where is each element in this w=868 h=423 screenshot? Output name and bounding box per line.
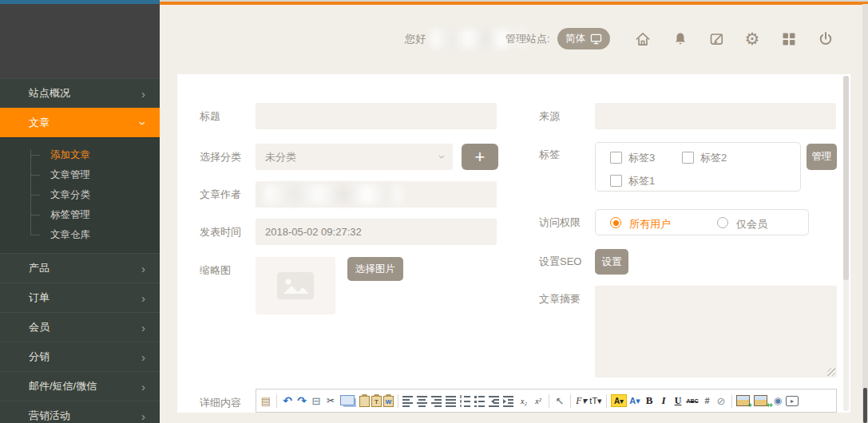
sidebar-item-label: 订单 (29, 291, 50, 305)
content-label: 详细内容 (200, 392, 241, 414)
redacted-author (265, 185, 401, 204)
category-select-value: 未分类 (265, 150, 296, 164)
sidebar-item-label: 产品 (29, 261, 50, 275)
sidebar-subitem-article-archive[interactable]: 文章仓库 (0, 225, 160, 245)
sidebar-subitem-article-category[interactable]: 文章分类 (0, 185, 160, 205)
admin-page: 站点概况 › 文章 › 添加文章 文章管理 文章分类 标签管理 文章仓库 产品 … (0, 0, 868, 423)
print-icon[interactable]: ⊟ (310, 393, 323, 408)
language-button[interactable]: 简体 (557, 28, 610, 49)
choose-image-button[interactable]: 选择图片 (347, 257, 403, 281)
indent-icon[interactable] (503, 395, 516, 407)
sidebar-item-orders[interactable]: 订单 › (0, 283, 160, 312)
sidebar-submenu-articles: 添加文章 文章管理 文章分类 标签管理 文章仓库 (0, 137, 160, 253)
strikethrough-icon[interactable]: ABC (686, 393, 699, 408)
sidebar: 站点概况 › 文章 › 添加文章 文章管理 文章分类 标签管理 文章仓库 产品 … (0, 4, 160, 423)
card-scrollbar-thumb[interactable] (843, 76, 849, 280)
highlight-color-icon[interactable]: A▾ (611, 394, 627, 407)
window-scrollbar-thumb[interactable] (863, 388, 867, 423)
add-category-button[interactable]: + (462, 144, 498, 170)
insert-media-icon[interactable]: ▸ (786, 396, 799, 406)
apps-grid-icon[interactable] (779, 30, 799, 49)
sidebar-item-articles[interactable]: 文章 › (0, 108, 160, 137)
sidebar-subitem-add-article[interactable]: 添加文章 (0, 145, 160, 165)
paste-word-icon[interactable]: W (383, 396, 394, 407)
italic-icon[interactable]: I (657, 393, 670, 408)
edit-icon[interactable] (707, 30, 727, 49)
sidebar-item-products[interactable]: 产品 › (0, 253, 160, 283)
cut-icon[interactable]: ✂ (324, 393, 337, 408)
align-center-icon[interactable] (417, 395, 430, 407)
align-justify-icon[interactable] (446, 395, 458, 407)
source-input[interactable] (595, 103, 836, 129)
logo-area (0, 4, 160, 78)
sidebar-item-marketing[interactable]: 营销活动 › (0, 401, 160, 423)
subscript-icon[interactable]: x₂ (517, 393, 530, 408)
underline-icon[interactable]: U (672, 393, 684, 408)
chevron-right-icon: › (141, 322, 145, 334)
author-input[interactable] (256, 181, 497, 208)
sidebar-item-members[interactable]: 会员 › (0, 312, 160, 342)
gear-icon[interactable]: ⚙ (743, 29, 762, 48)
tags-box: 标签3 标签2 标签1 (595, 142, 801, 192)
summary-textarea[interactable] (595, 286, 837, 378)
tag-checkbox-3[interactable] (610, 152, 622, 164)
resize-grip-icon[interactable] (827, 368, 835, 376)
sidebar-item-label: 站点概况 (29, 86, 70, 101)
font-color-icon[interactable]: A▾ (628, 393, 641, 408)
source-label: 来源 (539, 103, 560, 129)
sidebar-item-site-overview[interactable]: 站点概况 › (0, 78, 160, 108)
title-label: 标题 (200, 103, 220, 129)
tag-checkbox-label: 标签1 (628, 174, 655, 188)
tag-checkbox-label: 标签2 (700, 151, 727, 165)
insert-images-icon[interactable] (754, 395, 767, 406)
chevron-right-icon: › (141, 381, 145, 393)
eraser-icon[interactable]: ⊘ (715, 393, 727, 408)
outdent-icon[interactable] (489, 395, 501, 407)
window-scrollbar-track[interactable] (862, 4, 868, 423)
tag-checkbox-1[interactable] (610, 175, 622, 187)
redo-icon[interactable]: ↷ (295, 393, 308, 408)
tag-checkbox-2[interactable] (682, 152, 694, 164)
sidebar-subitem-tag-manage[interactable]: 标签管理 (0, 205, 160, 225)
sidebar-item-label: 文章 (29, 116, 50, 130)
align-right-icon[interactable] (431, 395, 444, 407)
chevron-down-icon: › (430, 155, 456, 159)
paste-text-icon[interactable]: T (371, 396, 382, 407)
power-icon[interactable] (816, 30, 835, 49)
sidebar-subitem-article-manage[interactable]: 文章管理 (0, 165, 160, 185)
align-left-icon[interactable] (402, 395, 415, 407)
tags-label: 标签 (539, 144, 560, 166)
toolbar-separator (549, 394, 549, 408)
select-cursor-icon[interactable]: ↖ (553, 393, 566, 408)
copy-icon[interactable] (340, 395, 355, 405)
paste-icon[interactable] (359, 396, 370, 407)
tag-checkbox-label: 标签3 (628, 151, 655, 165)
access-radio-label: 仅会员 (736, 217, 767, 231)
greeting-text: 您好 (405, 30, 426, 48)
access-radio-members-only[interactable] (717, 217, 728, 228)
toolbar-separator (606, 394, 607, 408)
form-card: 标题 选择分类 未分类 › + 文章作者 发表时间 2018-05-02 09:… (177, 74, 850, 413)
font-family-icon[interactable]: F▾ (575, 393, 588, 408)
home-icon[interactable] (633, 30, 652, 49)
bold-icon[interactable]: B (643, 393, 656, 408)
sidebar-item-label: 营销活动 (29, 409, 70, 423)
insert-image-icon[interactable] (736, 395, 750, 406)
ordered-list-icon[interactable] (460, 395, 473, 407)
superscript-icon[interactable]: x² (532, 393, 545, 408)
bell-icon[interactable] (671, 30, 690, 49)
insert-flash-icon[interactable]: ◉ (771, 393, 784, 408)
manage-tags-button[interactable]: 管理 (807, 144, 837, 170)
access-radio-all-users[interactable] (610, 217, 621, 228)
unordered-list-icon[interactable] (474, 395, 487, 407)
font-size-icon[interactable]: tT▾ (589, 393, 602, 408)
seo-settings-button[interactable]: 设置 (595, 249, 628, 275)
title-input[interactable] (256, 103, 497, 129)
publish-time-input[interactable]: 2018-05-02 09:27:32 (256, 219, 497, 245)
sidebar-item-distribution[interactable]: 分销 › (0, 342, 160, 371)
undo-icon[interactable]: ↶ (281, 393, 294, 408)
sidebar-item-messaging[interactable]: 邮件/短信/微信 › (0, 371, 160, 401)
category-select[interactable]: 未分类 › (256, 144, 453, 170)
source-icon[interactable]: ▤ (260, 393, 272, 408)
special-chars-icon[interactable]: # (700, 393, 713, 408)
